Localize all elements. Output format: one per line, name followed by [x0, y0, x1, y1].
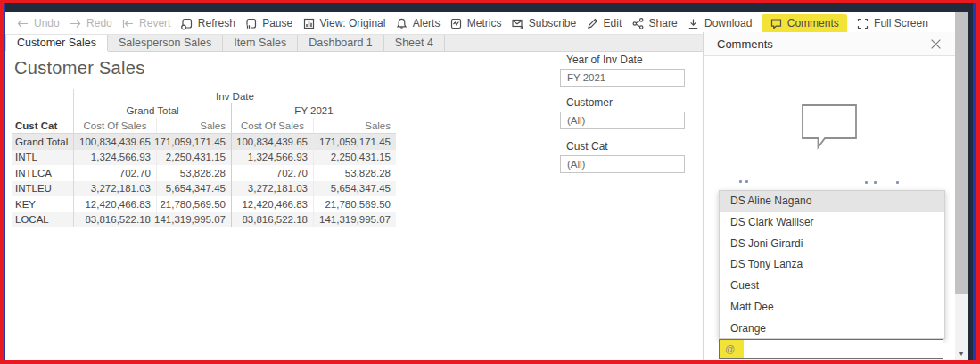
share-button[interactable]: Share	[631, 17, 678, 30]
measure-header: Cost Of Sales	[73, 118, 156, 133]
mention-item[interactable]: DS Aline Nagano	[720, 191, 944, 212]
alerts-button[interactable]: Alerts	[395, 17, 441, 30]
table-header-row: Cust Cat Cost Of Sales Sales Cost Of Sal…	[12, 118, 396, 134]
at-mention-highlight: @	[720, 340, 744, 358]
filter-customer: Customer (All)	[560, 96, 685, 129]
pause-label: Pause	[262, 17, 292, 29]
table-header-row: Inv Date	[12, 89, 396, 103]
scrollbar-thumb[interactable]	[955, 12, 968, 294]
tab-customer-sales[interactable]: Customer Sales	[5, 35, 108, 51]
undo-label: Undo	[34, 17, 60, 29]
revert-button[interactable]: Revert	[121, 17, 170, 30]
measure-header: Cost Of Sales	[231, 118, 313, 133]
mention-dropdown: DS Aline Nagano DS Clark Walliser DS Jon…	[719, 190, 945, 339]
refresh-button[interactable]: Refresh	[180, 17, 235, 30]
tab-sheet-4[interactable]: Sheet 4	[384, 35, 445, 51]
view-original-label: View: Original	[320, 17, 386, 29]
filter-label: Customer	[566, 96, 685, 109]
tab-dashboard-1[interactable]: Dashboard 1	[298, 35, 384, 51]
table-row[interactable]: Grand Total 100,834,439.65 171,059,171.4…	[12, 134, 396, 150]
comment-input[interactable]: @	[719, 339, 943, 359]
mention-item[interactable]: Orange	[720, 318, 944, 339]
comments-panel-header: Comments	[704, 32, 955, 56]
download-label: Download	[704, 17, 752, 29]
toolbar: Undo Redo Revert Refresh Pause View: Ori…	[5, 12, 955, 34]
customer-filter-dropdown[interactable]: (All)	[560, 112, 685, 129]
metrics-button[interactable]: Metrics	[449, 17, 502, 30]
mention-item[interactable]: Matt Dee	[720, 297, 944, 318]
redo-label: Redo	[86, 17, 112, 29]
arrow-left-icon	[16, 17, 29, 30]
mention-item[interactable]: DS Joni Girardi	[720, 234, 944, 255]
download-button[interactable]: Download	[687, 17, 752, 30]
cust-cat-filter-dropdown[interactable]: (All)	[560, 155, 685, 173]
tab-salesperson-sales[interactable]: Salesperson Sales	[108, 35, 223, 51]
refresh-label: Refresh	[198, 17, 235, 29]
table-row[interactable]: KEY 12,420,466.83 21,780,569.50 12,420,4…	[12, 196, 396, 212]
revert-label: Revert	[139, 17, 170, 29]
comments-button[interactable]: Comments	[762, 14, 847, 33]
table-row[interactable]: INTL 1,324,566.93 2,250,431.15 1,324,566…	[12, 150, 396, 166]
mention-item[interactable]: DS Tony Lanza	[720, 254, 944, 276]
tab-item-sales[interactable]: Item Sales	[223, 35, 298, 51]
empty-comments-bubble-icon	[704, 103, 955, 150]
share-label: Share	[649, 17, 678, 29]
full-screen-label: Full Screen	[874, 17, 928, 29]
pause-icon	[244, 17, 258, 30]
bar-chart-icon	[302, 17, 316, 30]
pencil-icon	[586, 17, 599, 30]
fullscreen-icon	[856, 17, 869, 30]
scroll-down-arrow-icon[interactable]: ▼	[955, 350, 968, 358]
table-row[interactable]: INTLCA 702.70 53,828.28 702.70 53,828.28	[12, 165, 396, 181]
full-screen-button[interactable]: Full Screen	[856, 17, 928, 30]
page-title: Customer Sales	[14, 58, 144, 79]
browser-chrome-strip	[5, 3, 968, 12]
edit-label: Edit	[604, 17, 622, 29]
pause-button[interactable]: Pause	[244, 17, 292, 30]
edit-button[interactable]: Edit	[586, 17, 622, 30]
table-row[interactable]: INTLEU 3,272,181.03 5,654,347.45 3,272,1…	[12, 181, 396, 197]
page-content: Undo Redo Revert Refresh Pause View: Ori…	[5, 3, 968, 360]
share-icon	[631, 17, 645, 30]
col-group-title: Inv Date	[73, 89, 396, 103]
group-header-fy2021: FY 2021	[231, 103, 396, 118]
occluded-text-fragment	[739, 180, 742, 183]
redo-button[interactable]: Redo	[69, 17, 112, 30]
window-edge-blue	[973, 3, 976, 360]
download-icon	[687, 17, 700, 30]
revert-icon	[121, 17, 135, 30]
filter-year-of-inv-date: Year of Inv Date FY 2021	[560, 54, 685, 87]
table-row[interactable]: LOCAL 83,816,522.18 141,319,995.07 83,81…	[12, 212, 396, 228]
group-header-grand-total: Grand Total	[73, 103, 231, 118]
measure-header: Sales	[313, 118, 396, 133]
page-scrollbar[interactable]: ▼	[955, 12, 968, 360]
measure-header: Sales	[156, 118, 231, 133]
comment-bubble-icon	[770, 17, 783, 30]
bell-icon	[395, 17, 408, 30]
occluded-text-fragment	[874, 181, 877, 184]
envelope-plus-icon	[511, 17, 524, 30]
occluded-text-fragment	[865, 181, 868, 184]
filter-cust-cat: Cust Cat (All)	[560, 140, 685, 173]
refresh-icon	[180, 17, 194, 30]
subscribe-button[interactable]: Subscribe	[511, 17, 576, 30]
alerts-label: Alerts	[413, 17, 441, 29]
comments-panel-title: Comments	[717, 37, 773, 51]
screen: Undo Redo Revert Refresh Pause View: Ori…	[0, 0, 980, 364]
metrics-label: Metrics	[467, 17, 502, 29]
close-icon[interactable]	[930, 38, 942, 50]
comments-panel: Comments DS Aline Nagano DS Clark Wallis…	[703, 32, 955, 360]
table-header-row: Grand Total FY 2021	[12, 103, 396, 118]
filter-label: Year of Inv Date	[566, 54, 685, 66]
view-original-button[interactable]: View: Original	[302, 17, 386, 30]
mention-item[interactable]: Guest	[720, 276, 944, 297]
comments-label: Comments	[787, 17, 839, 29]
metrics-icon	[449, 17, 463, 30]
year-filter-dropdown[interactable]: FY 2021	[560, 69, 685, 87]
mention-item[interactable]: DS Clark Walliser	[720, 212, 944, 234]
occluded-text-fragment	[745, 180, 748, 183]
customer-sales-table: Inv Date Grand Total FY 2021 Cust Cat Co…	[12, 89, 396, 228]
filter-label: Cust Cat	[566, 140, 685, 153]
subscribe-label: Subscribe	[529, 17, 576, 29]
undo-button[interactable]: Undo	[16, 17, 60, 30]
